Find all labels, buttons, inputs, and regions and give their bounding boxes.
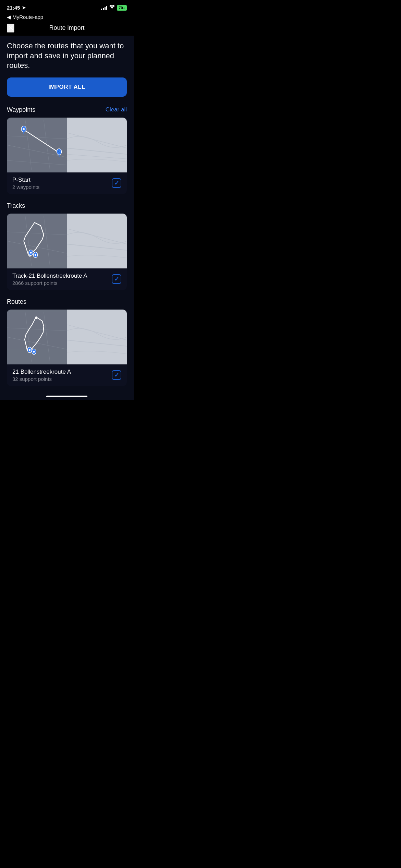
status-time: 21:45 ➤ <box>7 5 26 11</box>
track-info: Track-21 Bollenstreekroute A 2866 suppor… <box>7 268 127 290</box>
track-map <box>7 214 127 268</box>
close-button[interactable]: ✕ <box>7 24 14 33</box>
waypoint-card: 🐾 P-Start 2 waypoints <box>7 118 127 194</box>
wifi-icon <box>109 5 115 10</box>
svg-point-20 <box>30 252 32 253</box>
route-detail: 32 support points <box>12 376 71 382</box>
back-label: ◀ MyRoute-app <box>7 14 43 20</box>
back-navigation[interactable]: ◀ MyRoute-app <box>0 13 134 22</box>
track-name: Track-21 Bollenstreekroute A <box>12 273 87 279</box>
navigation-bar: ✕ Route import <box>0 22 134 36</box>
route-checkbox[interactable] <box>112 370 121 380</box>
status-bar: 21:45 ➤ 70+ <box>0 0 134 13</box>
page-title: Route import <box>49 24 84 32</box>
signal-icon <box>101 6 107 10</box>
time-display: 21:45 <box>7 5 20 11</box>
status-icons: 70+ <box>101 5 127 11</box>
svg-point-10 <box>23 128 25 130</box>
track-text: Track-21 Bollenstreekroute A 2866 suppor… <box>12 273 87 286</box>
clear-all-button[interactable]: Clear all <box>106 106 127 113</box>
routes-title: Routes <box>7 298 26 305</box>
waypoint-map: 🐾 <box>7 118 127 172</box>
svg-text:🐾: 🐾 <box>58 150 61 153</box>
home-bar <box>46 396 87 397</box>
routes-section-header: Routes <box>0 297 134 310</box>
location-icon: ➤ <box>22 5 26 10</box>
route-info: 21 Bollenstreekroute A 32 support points <box>7 364 127 386</box>
main-content: Choose the routes that you want to impor… <box>0 36 134 400</box>
waypoint-text: P-Start 2 waypoints <box>12 177 39 190</box>
import-all-button[interactable]: IMPORT ALL <box>7 77 127 97</box>
track-detail: 2866 support points <box>12 280 87 286</box>
svg-point-33 <box>33 351 35 352</box>
svg-line-8 <box>24 130 59 153</box>
waypoints-section-header: Waypoints Clear all <box>0 105 134 118</box>
route-name: 21 Bollenstreekroute A <box>12 369 71 375</box>
waypoint-detail: 2 waypoints <box>12 184 39 190</box>
waypoints-title: Waypoints <box>7 106 35 113</box>
tracks-title: Tracks <box>7 202 25 209</box>
tracks-section-header: Tracks <box>0 201 134 214</box>
svg-point-22 <box>35 254 36 255</box>
waypoint-checkbox[interactable] <box>112 178 121 188</box>
route-map <box>7 310 127 364</box>
waypoint-info: P-Start 2 waypoints <box>7 172 127 194</box>
track-card: Track-21 Bollenstreekroute A 2866 suppor… <box>7 214 127 290</box>
import-all-label: IMPORT ALL <box>48 84 85 90</box>
home-indicator <box>0 393 134 400</box>
waypoint-name: P-Start <box>12 177 39 183</box>
svg-point-31 <box>29 349 31 351</box>
battery-icon: 70+ <box>117 5 127 11</box>
route-text: 21 Bollenstreekroute A 32 support points <box>12 369 71 382</box>
route-card: 21 Bollenstreekroute A 32 support points <box>7 310 127 386</box>
track-checkbox[interactable] <box>112 274 121 284</box>
page-subtitle: Choose the routes that you want to impor… <box>0 36 134 77</box>
